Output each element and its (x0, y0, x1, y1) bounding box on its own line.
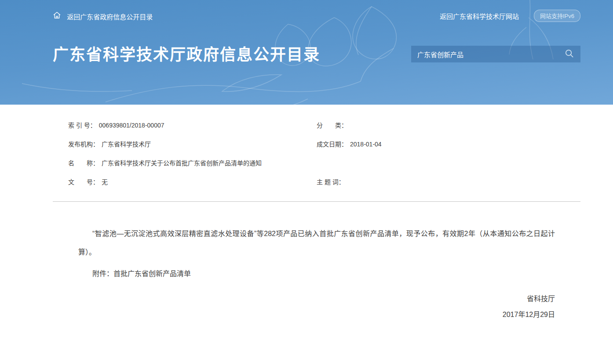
keywords-label: 主 题 词： (317, 178, 345, 186)
search-input[interactable] (417, 51, 563, 58)
issue-date-label: 成文日期： (317, 141, 347, 148)
document-number-value: 无 (102, 178, 108, 186)
signature-agency: 省科技厅 (78, 291, 555, 307)
document-content: 索 引 号：006939801/2018-00007 分 类： 发布机构：广东省… (53, 105, 580, 323)
document-number-label: 文 号： (68, 178, 99, 186)
issue-date-value: 2018-01-04 (350, 141, 382, 148)
meta-row-docnum-keywords: 文 号：无 主 题 词： (53, 178, 580, 186)
top-navigation-bar: 返回广东省政府信息公开目录 返回广东省科学技术厅网站 网站支持IPv6 (53, 0, 580, 22)
index-number-label: 索 引 号： (68, 122, 96, 129)
page-title: 广东省科学技术厅政府信息公开目录 (53, 45, 320, 65)
document-name-value: 广东省科学技术厅关于公布首批广东省创新产品清单的通知 (102, 160, 262, 167)
search-button[interactable] (563, 47, 575, 61)
meta-row-index-category: 索 引 号：006939801/2018-00007 分 类： (53, 121, 580, 130)
document-name-label: 名 称： (68, 160, 99, 167)
section-divider (53, 201, 580, 202)
attachment-row: 附件：首批广东省创新产品清单 (92, 267, 555, 280)
category-label: 分 类： (317, 122, 347, 129)
notice-paragraph: “智滤池—无沉淀池式高效深层精密直滤水处理设备”等282项产品已纳入首批广东省创… (78, 225, 555, 262)
search-box (411, 46, 580, 62)
index-number-value: 006939801/2018-00007 (99, 122, 164, 129)
back-to-gov-directory-label: 返回广东省政府信息公开目录 (67, 13, 153, 21)
article-body: “智滤池—无沉淀池式高效深层精密直滤水处理设备”等282项产品已纳入首批广东省创… (53, 225, 580, 323)
back-to-dept-site-link[interactable]: 返回广东省科学技术厅网站 (440, 11, 519, 21)
meta-row-name: 名 称：广东省科学技术厅关于公布首批广东省创新产品清单的通知 (53, 159, 580, 167)
back-to-gov-directory-link[interactable]: 返回广东省政府信息公开目录 (53, 11, 153, 21)
publishing-agency-value: 广东省科学技术厅 (102, 141, 151, 148)
page-header: 返回广东省政府信息公开目录 返回广东省科学技术厅网站 网站支持IPv6 广东省科… (0, 0, 613, 105)
search-icon (564, 48, 574, 60)
home-icon (53, 11, 61, 19)
attachment-link[interactable]: 首批广东省创新产品清单 (113, 270, 191, 277)
signature-block: 省科技厅 2017年12月29日 (78, 291, 555, 323)
attachment-label: 附件： (92, 270, 113, 277)
publishing-agency-label: 发布机构： (68, 141, 99, 148)
meta-row-agency-date: 发布机构：广东省科学技术厅 成文日期：2018-01-04 (53, 140, 580, 149)
signature-date: 2017年12月29日 (78, 307, 555, 323)
ipv6-support-badge: 网站支持IPv6 (534, 10, 580, 22)
